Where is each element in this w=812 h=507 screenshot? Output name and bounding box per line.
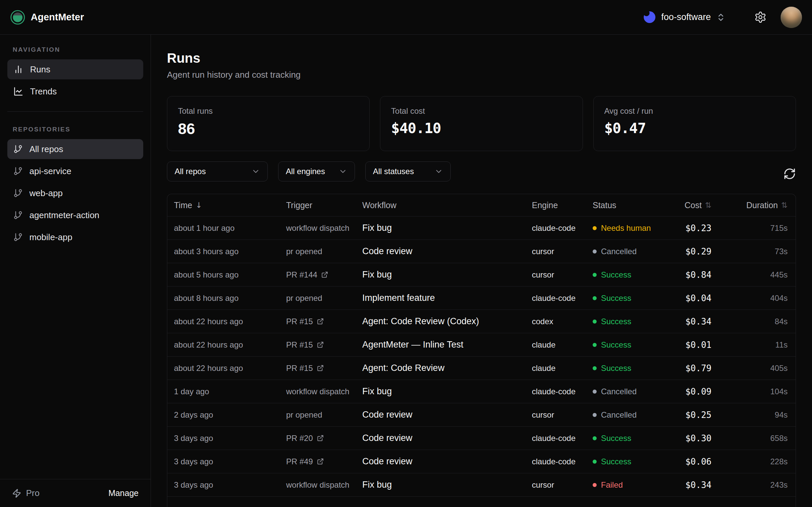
external-link-icon bbox=[321, 271, 328, 278]
trigger-label: pr opened bbox=[286, 247, 322, 256]
sidebar-item-all-repos[interactable]: All repos bbox=[7, 139, 143, 159]
table-row[interactable]: 2 days ago pr opened Code review cursor … bbox=[167, 403, 796, 426]
manage-button[interactable]: Manage bbox=[108, 488, 139, 498]
cell-trigger[interactable]: pr opened bbox=[286, 410, 362, 419]
stat-card-avg-cost: Avg cost / run $0.47 bbox=[593, 96, 796, 151]
status-label: Needs human bbox=[601, 223, 651, 233]
sidebar-item-api-service[interactable]: api-service bbox=[7, 161, 143, 181]
column-header-workflow: Workflow bbox=[362, 201, 532, 210]
column-header-time[interactable]: Time↓ bbox=[174, 201, 286, 210]
cell-workflow: Implement feature bbox=[362, 293, 532, 303]
table-row[interactable]: about 22 hours ago PR #15 Agent: Code Re… bbox=[167, 356, 796, 380]
table-row[interactable]: about 3 hours ago pr opened Code review … bbox=[167, 239, 796, 263]
trigger-label: PR #49 bbox=[286, 457, 313, 466]
refresh-button[interactable] bbox=[783, 167, 796, 180]
settings-button[interactable] bbox=[754, 11, 767, 23]
cell-time: about 22 hours ago bbox=[174, 363, 286, 373]
cell-trigger[interactable]: PR #15 bbox=[286, 317, 362, 326]
cell-status: Success bbox=[593, 434, 665, 443]
column-header-cost[interactable]: Cost⇅ bbox=[665, 201, 711, 210]
cell-status: Success bbox=[593, 270, 665, 280]
cell-engine: cursor bbox=[532, 247, 593, 256]
cell-time: about 1 hour ago bbox=[174, 223, 286, 233]
cell-status: Cancelled bbox=[593, 247, 665, 256]
cell-cost: $0.30 bbox=[665, 433, 711, 443]
table-row[interactable]: about 22 hours ago PR #15 AgentMeter — I… bbox=[167, 333, 796, 356]
cell-trigger[interactable]: pr opened bbox=[286, 247, 362, 256]
status-dot bbox=[593, 273, 597, 277]
external-link-icon bbox=[317, 341, 324, 348]
sort-desc-icon: ↓ bbox=[196, 201, 202, 210]
cell-trigger[interactable]: workflow dispatch bbox=[286, 480, 362, 490]
trigger-label: PR #144 bbox=[286, 270, 317, 280]
cell-duration: 104s bbox=[711, 387, 788, 396]
status-dot bbox=[593, 343, 597, 347]
status-dot bbox=[593, 390, 597, 394]
table-row[interactable]: 3 days ago workflow dispatch Fix bug cur… bbox=[167, 473, 796, 496]
sidebar-item-label: All repos bbox=[30, 144, 63, 155]
stat-value: $40.10 bbox=[391, 120, 572, 136]
cell-workflow: Code review bbox=[362, 246, 532, 257]
status-filter-select[interactable]: All statuses bbox=[365, 161, 451, 181]
table-row[interactable]: about 5 hours ago PR #144 Fix bug cursor… bbox=[167, 263, 796, 286]
table-row[interactable]: 1 day ago workflow dispatch Fix bug clau… bbox=[167, 380, 796, 403]
app-title: AgentMeter bbox=[31, 12, 84, 23]
cell-trigger[interactable]: PR #49 bbox=[286, 457, 362, 466]
sidebar-item-label: web-app bbox=[30, 188, 63, 199]
cell-trigger[interactable]: PR #15 bbox=[286, 363, 362, 373]
status-label: Success bbox=[601, 434, 631, 443]
cell-engine: cursor bbox=[532, 270, 593, 280]
line-chart-icon bbox=[13, 87, 23, 96]
cell-engine: claude-code bbox=[532, 434, 593, 443]
sidebar-item-runs[interactable]: Runs bbox=[7, 59, 143, 79]
git-branch-icon bbox=[13, 166, 23, 176]
cell-engine: claude bbox=[532, 363, 593, 373]
status-filter-value: All statuses bbox=[373, 167, 414, 176]
cell-engine: claude-code bbox=[532, 457, 593, 466]
status-label: Cancelled bbox=[601, 387, 637, 396]
cell-trigger[interactable]: workflow dispatch bbox=[286, 223, 362, 233]
trigger-label: PR #15 bbox=[286, 340, 313, 349]
cell-trigger[interactable]: PR #15 bbox=[286, 340, 362, 349]
page-subtitle: Agent run history and cost tracking bbox=[167, 70, 796, 80]
cell-trigger[interactable]: workflow dispatch bbox=[286, 387, 362, 396]
agentmeter-logo-icon bbox=[10, 10, 26, 25]
cell-time: about 3 hours ago bbox=[174, 247, 286, 256]
cell-duration: 73s bbox=[711, 247, 788, 256]
cell-trigger[interactable]: pr opened bbox=[286, 293, 362, 303]
bar-chart-icon bbox=[13, 64, 23, 74]
cell-trigger[interactable]: PR #20 bbox=[286, 434, 362, 443]
status-label: Success bbox=[601, 457, 631, 466]
cell-engine: claude bbox=[532, 340, 593, 349]
table-row[interactable]: about 22 hours ago PR #15 Agent: Code Re… bbox=[167, 309, 796, 333]
repo-filter-value: All repos bbox=[174, 167, 206, 176]
trigger-label: workflow dispatch bbox=[286, 480, 349, 490]
sidebar-item-web-app[interactable]: web-app bbox=[7, 183, 143, 203]
cell-workflow: AgentMeter — Inline Test bbox=[362, 340, 532, 350]
sidebar-item-trends[interactable]: Trends bbox=[7, 81, 143, 101]
avatar[interactable] bbox=[780, 7, 802, 28]
status-label: Cancelled bbox=[601, 247, 637, 256]
table-row[interactable]: 3 days ago PR #49 Code review claude-cod… bbox=[167, 450, 796, 473]
sidebar-item-label: mobile-app bbox=[30, 232, 72, 242]
status-label: Success bbox=[601, 317, 631, 326]
sidebar-item-agentmeter-action[interactable]: agentmeter-action bbox=[7, 205, 143, 225]
table-row[interactable]: about 8 hours ago pr opened Implement fe… bbox=[167, 286, 796, 309]
plan-label: Pro bbox=[26, 488, 39, 498]
cell-status: Cancelled bbox=[593, 387, 665, 396]
sidebar-item-label: Trends bbox=[30, 87, 57, 97]
cell-status: Needs human bbox=[593, 223, 665, 233]
repo-filter-select[interactable]: All repos bbox=[167, 161, 268, 181]
sidebar-item-mobile-app[interactable]: mobile-app bbox=[7, 227, 143, 247]
status-label: Success bbox=[601, 293, 631, 303]
column-header-duration[interactable]: Duration⇅ bbox=[711, 201, 788, 210]
table-row[interactable]: about 1 hour ago workflow dispatch Fix b… bbox=[167, 216, 796, 239]
cell-engine: claude-code bbox=[532, 387, 593, 396]
cell-cost: $0.09 bbox=[665, 387, 711, 397]
cell-time: about 5 hours ago bbox=[174, 270, 286, 280]
org-selector[interactable]: foo-software bbox=[643, 11, 725, 23]
cell-workflow: Agent: Code Review (Codex) bbox=[362, 316, 532, 327]
engine-filter-select[interactable]: All engines bbox=[278, 161, 355, 181]
table-row[interactable]: 3 days ago PR #20 Code review claude-cod… bbox=[167, 426, 796, 450]
cell-trigger[interactable]: PR #144 bbox=[286, 270, 362, 280]
